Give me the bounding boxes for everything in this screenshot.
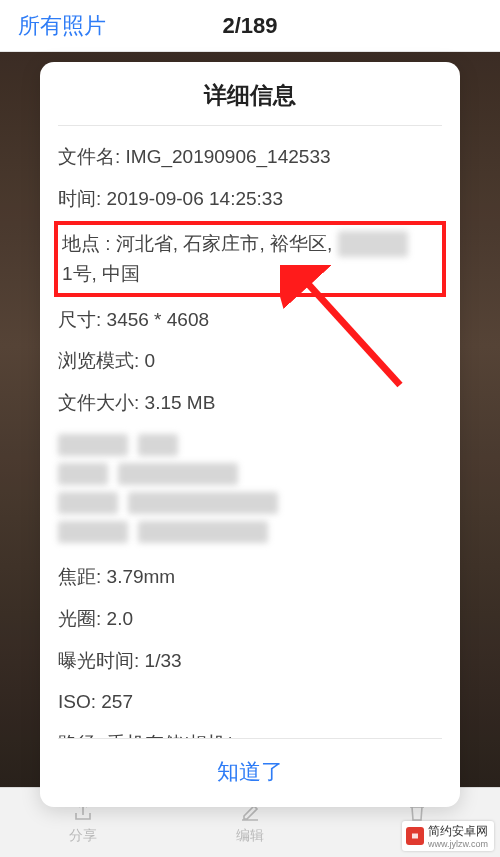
info-browse-mode: 浏览模式: 0 <box>58 340 442 382</box>
redacted-block <box>58 423 442 556</box>
modal-footer: 知道了 <box>58 738 442 807</box>
info-focal: 焦距: 3.79mm <box>58 556 442 598</box>
focal-label: 焦距: <box>58 566 101 587</box>
redacted-line <box>58 521 442 543</box>
location-value-1: 河北省, 石家庄市, 裕华区, <box>116 233 332 254</box>
location-highlight: 地点 : 河北省, 石家庄市, 裕华区, xxxx 1号, 中国 <box>54 221 446 296</box>
filesize-label: 文件大小: <box>58 392 139 413</box>
info-time: 时间: 2019-09-06 14:25:33 <box>58 178 442 220</box>
info-location-2: 1号, 中国 <box>62 259 438 289</box>
redacted-line <box>58 492 442 514</box>
watermark-name: 简约安卓网 <box>428 824 488 838</box>
iso-value: 257 <box>101 691 133 712</box>
aperture-value: 2.0 <box>107 608 133 629</box>
location-value-2: 1号, 中国 <box>62 263 140 284</box>
dimensions-value: 3456 * 4608 <box>107 309 210 330</box>
ok-button[interactable]: 知道了 <box>217 757 283 787</box>
filename-value: IMG_20190906_142533 <box>126 146 331 167</box>
browse-mode-label: 浏览模式: <box>58 350 139 371</box>
location-label: 地点 : <box>62 233 111 254</box>
info-exposure: 曝光时间: 1/33 <box>58 640 442 682</box>
aperture-label: 光圈: <box>58 608 101 629</box>
redacted-line <box>58 434 442 456</box>
redacted-line <box>58 463 442 485</box>
info-dimensions: 尺寸: 3456 * 4608 <box>58 299 442 341</box>
watermark-icon <box>406 827 424 845</box>
watermark-url: www.jylzw.com <box>428 839 488 849</box>
focal-value: 3.79mm <box>107 566 176 587</box>
filesize-value: 3.15 MB <box>145 392 216 413</box>
app-header: 所有照片 2/189 <box>0 0 500 52</box>
info-filesize: 文件大小: 3.15 MB <box>58 382 442 424</box>
dimensions-label: 尺寸: <box>58 309 101 330</box>
info-aperture: 光圈: 2.0 <box>58 598 442 640</box>
modal-title: 详细信息 <box>40 62 460 125</box>
photo-counter: 2/189 <box>222 13 277 39</box>
browse-mode-value: 0 <box>145 350 156 371</box>
iso-label: ISO: <box>58 691 96 712</box>
filename-label: 文件名: <box>58 146 120 167</box>
exposure-value: 1/33 <box>145 650 182 671</box>
time-label: 时间: <box>58 188 101 209</box>
exposure-label: 曝光时间: <box>58 650 139 671</box>
details-modal: 详细信息 文件名: IMG_20190906_142533 时间: 2019-0… <box>40 62 460 807</box>
time-value: 2019-09-06 14:25:33 <box>107 188 283 209</box>
back-button[interactable]: 所有照片 <box>0 11 106 41</box>
watermark: 简约安卓网 www.jylzw.com <box>402 821 494 851</box>
info-location: 地点 : 河北省, 石家庄市, 裕华区, xxxx <box>62 229 438 259</box>
info-path: 路径: 手机存储/相机/ IMG_20190906_142533.jpg <box>58 723 442 738</box>
redacted-street: xxxx <box>338 231 408 257</box>
modal-body: 文件名: IMG_20190906_142533 时间: 2019-09-06 … <box>40 126 460 738</box>
info-filename: 文件名: IMG_20190906_142533 <box>58 136 442 178</box>
info-iso: ISO: 257 <box>58 681 442 723</box>
